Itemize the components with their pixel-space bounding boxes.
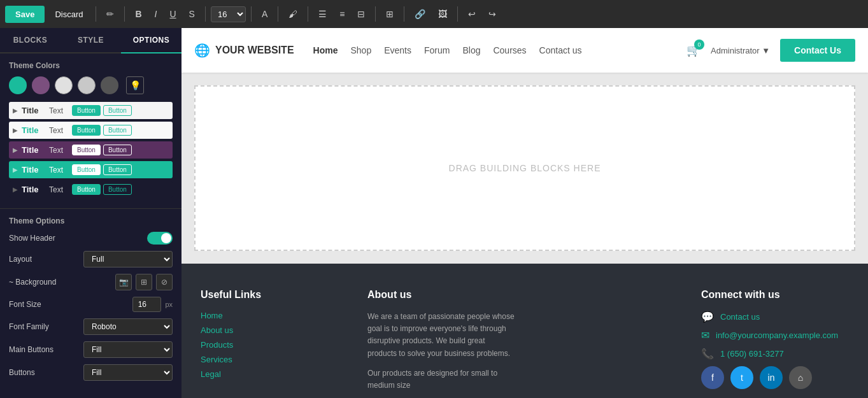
footer-about-text1: We are a team of passionate people whose… <box>367 311 515 360</box>
nav-link-events[interactable]: Events <box>384 45 411 55</box>
footer-about-col: About us We are a team of passionate peo… <box>367 289 515 398</box>
align-button[interactable]: ⊟ <box>352 6 370 22</box>
footer-phone-link[interactable]: 1 (650) 691-3277 <box>720 349 784 359</box>
footer-contact-item-1: 💬 Contact us <box>701 311 849 323</box>
theme-row-1-btn1[interactable]: Button <box>72 105 101 116</box>
paint-button[interactable]: 🖌 <box>283 6 302 22</box>
underline-button[interactable]: U <box>164 6 181 22</box>
theme-row-5-title: Title <box>22 185 44 194</box>
theme-row-5-text: Text <box>49 185 67 194</box>
footer-contact-link[interactable]: Contact us <box>720 312 760 322</box>
bg-grid-btn[interactable]: ⊞ <box>136 274 152 290</box>
drop-zone[interactable]: DRAG BUILDING BLOCKS HERE <box>194 85 855 251</box>
main-buttons-row: Main Buttons Fill Outline <box>9 341 173 358</box>
bg-clear-btn[interactable]: ⊘ <box>156 274 173 290</box>
nav-link-contact[interactable]: Contact us <box>539 45 582 55</box>
color-swatch-purple[interactable] <box>32 76 50 94</box>
theme-row-5-btn1[interactable]: Button <box>72 184 101 195</box>
theme-row-4-btn1[interactable]: Button <box>72 164 101 175</box>
social-icon-twitter[interactable]: t <box>730 366 753 389</box>
buttons-select[interactable]: Fill Outline <box>83 364 173 381</box>
sidebar-tabs: BLOCKS STYLE OPTIONS <box>0 28 181 53</box>
theme-row-4[interactable]: ▶ Title Text Button Button <box>9 161 173 178</box>
list-ul-button[interactable]: ☰ <box>313 6 332 22</box>
theme-options-section: Theme Options Show Header Layout Full Bo… <box>0 208 181 395</box>
font-size-select[interactable]: 16 12 14 18 24 <box>211 6 246 22</box>
toolbar: Save Discard ✏ B I U S 16 12 14 18 24 A … <box>0 0 868 28</box>
theme-options-title: Theme Options <box>9 217 173 225</box>
social-icon-facebook[interactable]: f <box>701 366 724 389</box>
footer-link-home[interactable]: Home <box>201 311 348 320</box>
drop-zone-text: DRAG BUILDING BLOCKS HERE <box>449 163 601 173</box>
theme-row-2[interactable]: ▶ Title Text Button Button <box>9 122 173 139</box>
color-swatch-lightgray[interactable] <box>78 76 96 94</box>
layout-row: Layout Full Boxed <box>9 251 173 267</box>
save-button[interactable]: Save <box>5 6 45 23</box>
theme-row-3-btn1[interactable]: Button <box>72 145 101 155</box>
theme-row-3-btn2[interactable]: Button <box>103 145 132 155</box>
discard-button[interactable]: Discard <box>47 6 90 23</box>
nav-link-blog[interactable]: Blog <box>462 45 480 55</box>
link-button[interactable]: 🔗 <box>409 6 430 22</box>
theme-row-5-btn2[interactable]: Button <box>103 184 132 195</box>
theme-row-4-btn2[interactable]: Button <box>103 164 132 175</box>
footer-link-legal[interactable]: Legal <box>201 369 348 379</box>
nav-link-shop[interactable]: Shop <box>350 45 371 55</box>
color-swatch-white[interactable] <box>55 76 73 94</box>
theme-row-5-arrow: ▶ <box>13 186 18 193</box>
main-buttons-select[interactable]: Fill Outline <box>83 341 173 358</box>
nav-admin[interactable]: Administrator ▼ <box>711 46 770 55</box>
bold-button[interactable]: B <box>130 6 146 22</box>
theme-row-1[interactable]: ▶ Title Text Button Button <box>9 102 173 119</box>
theme-row-5[interactable]: ▶ Title Text Button Button <box>9 181 173 198</box>
theme-row-4-title: Title <box>22 165 44 174</box>
nav-link-courses[interactable]: Courses <box>493 45 526 55</box>
font-color-button[interactable]: A <box>257 6 273 22</box>
list-ol-button[interactable]: ≡ <box>334 6 350 22</box>
format-tool-button[interactable]: ✏ <box>101 6 119 22</box>
nav-link-forum[interactable]: Forum <box>424 45 450 55</box>
theme-row-3-text: Text <box>49 146 67 155</box>
nav-cart[interactable]: 🛒 0 <box>687 43 701 57</box>
content-area: 🌐 YOUR WEBSITE Home Shop Events Forum Bl… <box>181 28 868 398</box>
undo-button[interactable]: ↩ <box>463 6 481 22</box>
footer-link-products[interactable]: Products <box>201 340 348 350</box>
theme-row-3[interactable]: ▶ Title Text Button Button <box>9 141 173 159</box>
theme-colors-title: Theme Colors <box>9 61 173 70</box>
social-icon-home[interactable]: ⌂ <box>789 366 812 389</box>
color-swatch-teal[interactable] <box>9 76 27 94</box>
footer-link-services[interactable]: Services <box>201 355 348 364</box>
nav-links: Home Shop Events Forum Blog Courses Cont… <box>313 45 687 55</box>
layout-select[interactable]: Full Boxed <box>83 251 173 267</box>
footer-link-about[interactable]: About us <box>201 325 348 335</box>
social-icon-linkedin[interactable]: in <box>760 366 783 389</box>
show-header-toggle[interactable] <box>147 232 173 245</box>
font-size-input[interactable] <box>132 297 161 312</box>
italic-button[interactable]: I <box>150 6 162 22</box>
theme-row-4-text: Text <box>49 166 67 174</box>
theme-row-3-title: Title <box>22 145 44 155</box>
strikethrough-button[interactable]: S <box>184 6 200 22</box>
font-size-row: Font Size px <box>9 297 173 312</box>
nav-contact-button[interactable]: Contact Us <box>780 39 855 62</box>
theme-row-2-btn1[interactable]: Button <box>72 125 101 136</box>
redo-button[interactable]: ↪ <box>483 6 501 22</box>
tab-options[interactable]: OPTIONS <box>121 28 181 53</box>
image-button[interactable]: 🖼 <box>433 6 452 22</box>
social-icons: f t in ⌂ <box>701 366 849 389</box>
theme-row-2-btn2[interactable]: Button <box>103 125 132 136</box>
font-family-select[interactable]: Roboto Arial Open Sans Lato <box>83 318 173 335</box>
background-row: ~ Background 📷 ⊞ ⊘ <box>9 274 173 290</box>
bg-photo-btn[interactable]: 📷 <box>115 274 132 290</box>
theme-row-1-btn2[interactable]: Button <box>103 105 132 116</box>
lightbulb-button[interactable]: 💡 <box>126 76 144 94</box>
color-swatch-darkgray[interactable] <box>101 76 118 94</box>
footer-grid: Useful Links Home About us Products Serv… <box>201 289 849 398</box>
nav-link-home[interactable]: Home <box>313 45 338 55</box>
table-button[interactable]: ⊞ <box>381 6 399 22</box>
tab-blocks[interactable]: BLOCKS <box>0 28 60 52</box>
tab-style[interactable]: STYLE <box>60 28 121 52</box>
theme-row-3-arrow: ▶ <box>13 146 18 153</box>
toolbar-divider6 <box>308 6 308 22</box>
footer-email-link[interactable]: info@yourcompany.example.com <box>716 330 838 340</box>
